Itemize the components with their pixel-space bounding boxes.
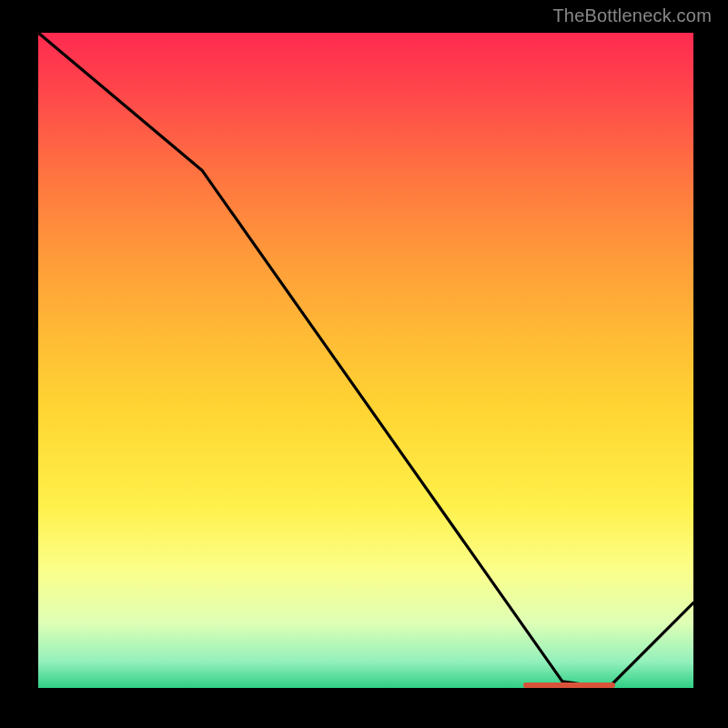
bottleneck-curve (38, 33, 693, 688)
attribution-text: TheBottleneck.com (552, 5, 712, 26)
chart-container: TheBottleneck.com (0, 0, 728, 728)
optimal-range-marker (523, 682, 615, 688)
